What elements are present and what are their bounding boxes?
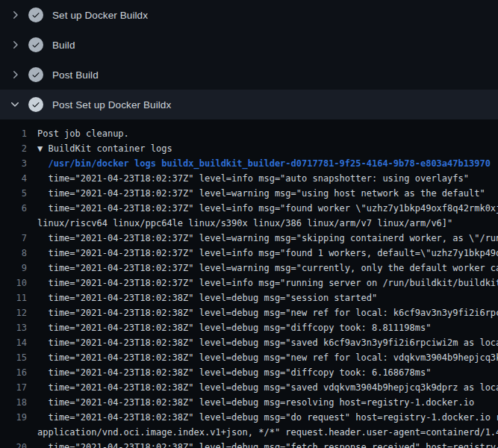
log-line-number[interactable]: 17 xyxy=(0,380,27,395)
log-line-text: linux/riscv64 linux/ppc64le linux/s390x … xyxy=(37,216,452,231)
log-line-text: time="2021-04-23T18:02:38Z" level=debug … xyxy=(37,320,431,335)
log-line-number[interactable]: 12 xyxy=(0,305,27,320)
log-line: 13 time="2021-04-23T18:02:38Z" level=deb… xyxy=(0,320,498,335)
log-line: 5 time="2021-04-23T18:02:37Z" level=warn… xyxy=(0,186,498,201)
log-line-text[interactable]: ▼ BuildKit container logs xyxy=(37,141,172,156)
log-line-number[interactable]: 4 xyxy=(0,171,27,186)
log-line-text: /usr/bin/docker logs buildx_buildkit_bui… xyxy=(37,156,491,171)
check-circle-icon xyxy=(28,97,43,112)
log-line-text: Post job cleanup. xyxy=(37,126,129,141)
log-line: application/vnd.oci.image.index.v1+json,… xyxy=(0,425,498,440)
log-line-text: time="2021-04-23T18:02:38Z" level=debug … xyxy=(37,305,498,320)
log-line-text: time="2021-04-23T18:02:38Z" level=debug … xyxy=(37,410,498,425)
log-line: 18 time="2021-04-23T18:02:38Z" level=deb… xyxy=(0,395,498,410)
log-line-text: time="2021-04-23T18:02:37Z" level=warnin… xyxy=(37,231,498,246)
log-line: 19 time="2021-04-23T18:02:38Z" level=deb… xyxy=(0,410,498,425)
check-circle-icon xyxy=(28,37,43,52)
log-line-text: time="2021-04-23T18:02:38Z" level=debug … xyxy=(37,440,498,448)
log-line-text: time="2021-04-23T18:02:38Z" level=debug … xyxy=(37,290,377,305)
log-line-number[interactable]: 2 xyxy=(0,141,27,156)
step-label: Post Build xyxy=(52,69,99,81)
log-line-text: time="2021-04-23T18:02:37Z" level=info m… xyxy=(37,276,498,290)
check-circle-icon xyxy=(28,7,43,22)
log-line-number[interactable]: 7 xyxy=(0,231,27,246)
log-line-number[interactable] xyxy=(0,216,27,231)
log-line-number[interactable]: 1 xyxy=(0,126,27,141)
log-line: 17 time="2021-04-23T18:02:38Z" level=deb… xyxy=(0,380,498,395)
log-line-number[interactable]: 14 xyxy=(0,335,27,350)
step-row-setup-docker-buildx[interactable]: Set up Docker Buildx xyxy=(0,0,498,30)
step-label: Build xyxy=(52,40,75,51)
log-line-text: application/vnd.oci.image.index.v1+json,… xyxy=(37,425,498,440)
log-line: 20 time="2021-04-23T18:02:38Z" level=deb… xyxy=(0,440,498,448)
log-line: 2 ▼ BuildKit container logs xyxy=(0,141,498,156)
log-line-number[interactable]: 8 xyxy=(0,246,27,261)
log-line-number[interactable]: 5 xyxy=(0,186,27,201)
log-line-text: time="2021-04-23T18:02:37Z" level=info m… xyxy=(37,171,469,186)
log-line: 11 time="2021-04-23T18:02:38Z" level=deb… xyxy=(0,290,498,305)
log-line: 8 time="2021-04-23T18:02:37Z" level=info… xyxy=(0,246,498,261)
log-line: 6 time="2021-04-23T18:02:37Z" level=info… xyxy=(0,201,498,216)
log-line-number[interactable]: 18 xyxy=(0,395,27,410)
log-line-text: time="2021-04-23T18:02:38Z" level=debug … xyxy=(37,365,431,380)
log-line-text: time="2021-04-23T18:02:37Z" level=warnin… xyxy=(37,261,498,276)
chevron-right-icon xyxy=(9,39,21,51)
steps-list: Set up Docker Buildx Build Post Build xyxy=(0,0,498,119)
log-line-number[interactable]: 3 xyxy=(0,156,27,171)
log-line: 3 /usr/bin/docker logs buildx_buildkit_b… xyxy=(0,156,498,171)
chevron-right-icon xyxy=(9,69,21,81)
log-line-number[interactable]: 13 xyxy=(0,320,27,335)
log-line: 10 time="2021-04-23T18:02:37Z" level=inf… xyxy=(0,276,498,290)
step-row-post-build[interactable]: Post Build xyxy=(0,60,498,90)
log-line-number[interactable]: 19 xyxy=(0,410,27,425)
step-label: Set up Docker Buildx xyxy=(52,10,148,21)
chevron-right-icon xyxy=(9,9,21,21)
log-line: 16 time="2021-04-23T18:02:38Z" level=deb… xyxy=(0,365,498,380)
step-label: Post Set up Docker Buildx xyxy=(52,99,171,111)
step-row-post-setup-docker-buildx[interactable]: Post Set up Docker Buildx xyxy=(0,90,498,119)
log-line-number[interactable]: 11 xyxy=(0,290,27,305)
log-line-text: time="2021-04-23T18:02:38Z" level=debug … xyxy=(37,395,474,410)
log-line: linux/riscv64 linux/ppc64le linux/s390x … xyxy=(0,216,498,231)
log-line: 7 time="2021-04-23T18:02:37Z" level=warn… xyxy=(0,231,498,246)
step-row-build[interactable]: Build xyxy=(0,30,498,60)
log-line: 9 time="2021-04-23T18:02:37Z" level=warn… xyxy=(0,261,498,276)
log-line-number[interactable]: 20 xyxy=(0,440,27,448)
log-line-number[interactable]: 15 xyxy=(0,350,27,365)
log-line-text: time="2021-04-23T18:02:37Z" level=info m… xyxy=(37,246,498,261)
log-line-number[interactable]: 16 xyxy=(0,365,27,380)
log-line-number[interactable] xyxy=(0,425,27,440)
log-panel: 1 Post job cleanup. 2 ▼ BuildKit contain… xyxy=(0,119,498,448)
log-line: 14 time="2021-04-23T18:02:38Z" level=deb… xyxy=(0,335,498,350)
log-line-number[interactable]: 9 xyxy=(0,261,27,276)
log-line-text: time="2021-04-23T18:02:38Z" level=debug … xyxy=(37,335,498,350)
log-line-text: time="2021-04-23T18:02:37Z" level=warnin… xyxy=(37,186,485,201)
actions-log-viewer: Set up Docker Buildx Build Post Build xyxy=(0,0,498,448)
log-line-number[interactable]: 10 xyxy=(0,276,27,290)
log-line: 1 Post job cleanup. xyxy=(0,126,498,141)
chevron-down-icon xyxy=(9,99,21,111)
check-circle-icon xyxy=(28,67,43,82)
log-line-text: time="2021-04-23T18:02:38Z" level=debug … xyxy=(37,350,498,365)
log-line-text: time="2021-04-23T18:02:38Z" level=debug … xyxy=(37,380,498,395)
log-line-text: time="2021-04-23T18:02:37Z" level=info m… xyxy=(37,201,498,216)
log-line-number[interactable]: 6 xyxy=(0,201,27,216)
log-line: 12 time="2021-04-23T18:02:38Z" level=deb… xyxy=(0,305,498,320)
log-line: 4 time="2021-04-23T18:02:37Z" level=info… xyxy=(0,171,498,186)
log-line: 15 time="2021-04-23T18:02:38Z" level=deb… xyxy=(0,350,498,365)
